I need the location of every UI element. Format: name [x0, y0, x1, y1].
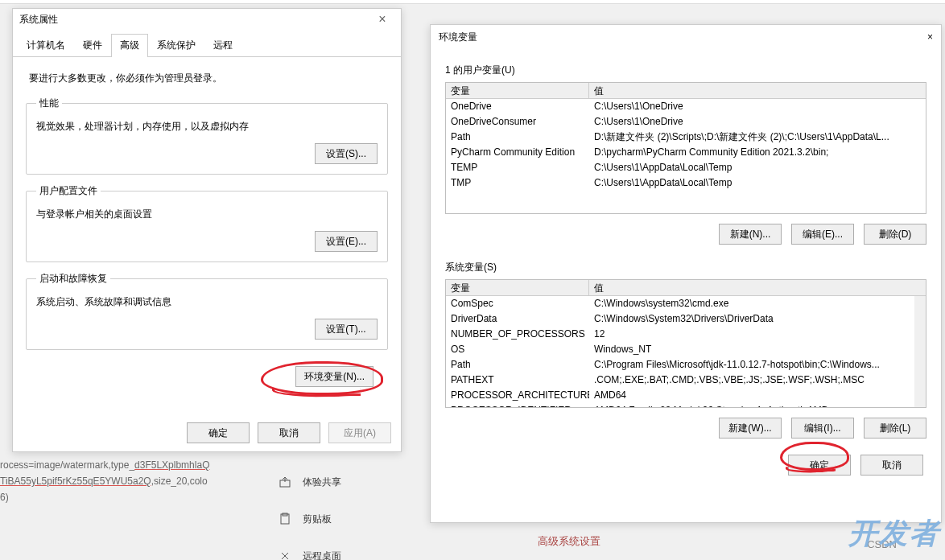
table-row[interactable]: TEMPC:\Users\1\AppData\Local\Temp	[446, 160, 926, 175]
col-variable: 变量	[446, 280, 589, 295]
var-name: PROCESSOR_IDENTIFIER	[446, 403, 589, 408]
user-variables-label: 1 的用户变量(U)	[445, 64, 926, 77]
advanced-system-settings-link[interactable]: 高级系统设置	[538, 534, 600, 549]
var-name: OneDrive	[446, 99, 589, 114]
startup-recovery-desc: 系统启动、系统故障和调试信息	[36, 295, 378, 309]
table-row[interactable]: OneDriveConsumerC:\Users\1\OneDrive	[446, 114, 926, 130]
user-new-button[interactable]: 新建(N)...	[719, 224, 782, 245]
tool-label: 剪贴板	[303, 513, 332, 526]
system-variables-label: 系统变量(S)	[445, 261, 926, 274]
dialog-title: 环境变量	[439, 25, 477, 49]
startup-recovery-group: 启动和故障恢复 系统启动、系统故障和调试信息 设置(T)...	[26, 272, 388, 350]
var-value: 12	[589, 327, 926, 342]
var-value: D:\pycharm\PyCharm Community Edition 202…	[589, 145, 926, 160]
background-watermark-text: rocess=image/watermark,type_d3F5LXplbmhl…	[0, 457, 209, 505]
cancel-button[interactable]: 取消	[258, 422, 320, 443]
tab-computer-name[interactable]: 计算机名	[18, 34, 74, 57]
var-value: C:\Windows\system32\cmd.exe	[589, 296, 926, 311]
var-name: Path	[446, 357, 589, 373]
env-ok-button[interactable]: 确定	[788, 455, 851, 476]
dialog-title: 系统属性	[19, 9, 58, 30]
col-variable: 变量	[446, 83, 589, 98]
table-row[interactable]: PyCharm Community EditionD:\pycharm\PyCh…	[446, 145, 926, 160]
tab-hardware[interactable]: 硬件	[74, 34, 111, 57]
table-row[interactable]: OSWindows_NT	[446, 342, 926, 357]
tab-bar: 计算机名 硬件 高级 系统保护 远程	[13, 33, 401, 57]
col-value: 值	[589, 83, 926, 98]
performance-settings-button[interactable]: 设置(S)...	[315, 143, 378, 164]
var-name: TEMP	[446, 160, 589, 175]
sys-new-button[interactable]: 新建(W)...	[719, 418, 782, 439]
var-value: C:\Windows\System32\Drivers\DriverData	[589, 311, 926, 327]
system-variables-table[interactable]: 变量 值 ComSpecC:\Windows\system32\cmd.exeD…	[445, 279, 926, 408]
scrollbar[interactable]	[914, 296, 926, 407]
var-name: NUMBER_OF_PROCESSORS	[446, 327, 589, 342]
tab-system-protection[interactable]: 系统保护	[148, 34, 204, 57]
var-value: .COM;.EXE;.BAT;.CMD;.VBS;.VBE;.JS;.JSE;.…	[589, 373, 926, 388]
var-value: C:\Users\1\AppData\Local\Temp	[589, 175, 926, 191]
remote-desktop-item[interactable]: 远程桌面	[270, 537, 423, 560]
table-row[interactable]: PROCESSOR_ARCHITECTUREAMD64	[446, 388, 926, 403]
table-row[interactable]: OneDriveC:\Users\1\OneDrive	[446, 99, 926, 114]
table-row[interactable]: NUMBER_OF_PROCESSORS12	[446, 327, 926, 342]
user-profile-legend: 用户配置文件	[36, 184, 101, 198]
table-row[interactable]: PATHEXT.COM;.EXE;.BAT;.CMD;.VBS;.VBE;.JS…	[446, 373, 926, 388]
clipboard-icon	[279, 513, 291, 525]
var-name: OneDriveConsumer	[446, 114, 589, 130]
var-name: PATHEXT	[446, 373, 589, 388]
tab-remote[interactable]: 远程	[204, 34, 241, 57]
table-row[interactable]: DriverDataC:\Windows\System32\Drivers\Dr…	[446, 311, 926, 327]
var-value: D:\新建文件夹 (2)\Scripts\;D:\新建文件夹 (2)\;C:\U…	[589, 130, 926, 145]
performance-group: 性能 视觉效果，处理器计划，内存使用，以及虚拟内存 设置(S)...	[26, 97, 388, 175]
user-delete-button[interactable]: 删除(D)	[864, 224, 926, 245]
sys-delete-button[interactable]: 删除(L)	[864, 418, 926, 439]
var-value: Windows_NT	[589, 342, 926, 357]
user-profile-desc: 与登录帐户相关的桌面设置	[36, 208, 378, 221]
var-name: TMP	[446, 175, 589, 191]
remote-icon	[279, 550, 291, 560]
admin-note: 要进行大多数更改，你必须作为管理员登录。	[29, 72, 388, 85]
ok-button[interactable]: 确定	[187, 422, 250, 443]
table-row[interactable]: TMPC:\Users\1\AppData\Local\Temp	[446, 175, 926, 191]
var-name: ComSpec	[446, 296, 589, 311]
performance-desc: 视觉效果，处理器计划，内存使用，以及虚拟内存	[36, 120, 378, 134]
tool-label: 远程桌面	[303, 550, 341, 561]
sys-edit-button[interactable]: 编辑(I)...	[791, 418, 854, 439]
close-icon[interactable]: ×	[927, 25, 933, 49]
var-value: AMD64	[589, 388, 926, 403]
tab-advanced[interactable]: 高级	[111, 34, 148, 57]
var-name: OS	[446, 342, 589, 357]
startup-recovery-settings-button[interactable]: 设置(T)...	[315, 319, 378, 340]
startup-recovery-legend: 启动和故障恢复	[36, 272, 110, 286]
var-name: Path	[446, 130, 589, 145]
user-profile-group: 用户配置文件 与登录帐户相关的桌面设置 设置(E)...	[26, 184, 388, 262]
table-row[interactable]: ComSpecC:\Windows\system32\cmd.exe	[446, 296, 926, 311]
table-row[interactable]: PathC:\Program Files\Microsoft\jdk-11.0.…	[446, 357, 926, 373]
tool-label: 体验共享	[303, 476, 341, 489]
var-name: PROCESSOR_ARCHITECTURE	[446, 388, 589, 403]
var-value: C:\Users\1\AppData\Local\Temp	[589, 160, 926, 175]
performance-legend: 性能	[36, 97, 62, 110]
system-tools-list: 体验共享 剪贴板 远程桌面	[270, 463, 423, 560]
user-profile-settings-button[interactable]: 设置(E)...	[315, 231, 378, 252]
experience-share-item[interactable]: 体验共享	[270, 463, 423, 500]
var-value: C:\Users\1\OneDrive	[589, 99, 926, 114]
var-value: AMD64 Family 23 Model 96 Stepping 1, Aut…	[589, 403, 926, 408]
environment-variables-button[interactable]: 环境变量(N)...	[295, 366, 373, 387]
var-name: PyCharm Community Edition	[446, 145, 589, 160]
user-variables-table[interactable]: 变量 值 OneDriveC:\Users\1\OneDriveOneDrive…	[445, 82, 926, 214]
user-edit-button[interactable]: 编辑(E)...	[791, 224, 854, 245]
env-cancel-button[interactable]: 取消	[860, 455, 923, 476]
table-row[interactable]: PROCESSOR_IDENTIFIERAMD64 Family 23 Mode…	[446, 403, 926, 408]
table-row[interactable]: PathD:\新建文件夹 (2)\Scripts\;D:\新建文件夹 (2)\;…	[446, 130, 926, 145]
apply-button[interactable]: 应用(A)	[328, 422, 391, 443]
developer-watermark: 开发者	[848, 514, 940, 554]
environment-variables-dialog: 环境变量 × 1 的用户变量(U) 变量 值 OneDriveC:\Users\…	[430, 24, 942, 523]
var-name: DriverData	[446, 311, 589, 327]
var-value: C:\Program Files\Microsoft\jdk-11.0.12.7…	[589, 357, 926, 373]
close-icon[interactable]: ×	[370, 9, 394, 30]
var-value: C:\Users\1\OneDrive	[589, 114, 926, 130]
share-icon	[279, 476, 291, 488]
clipboard-item[interactable]: 剪贴板	[270, 500, 423, 537]
system-properties-dialog: 系统属性 × 计算机名 硬件 高级 系统保护 远程 要进行大多数更改，你必须作为…	[12, 8, 402, 452]
